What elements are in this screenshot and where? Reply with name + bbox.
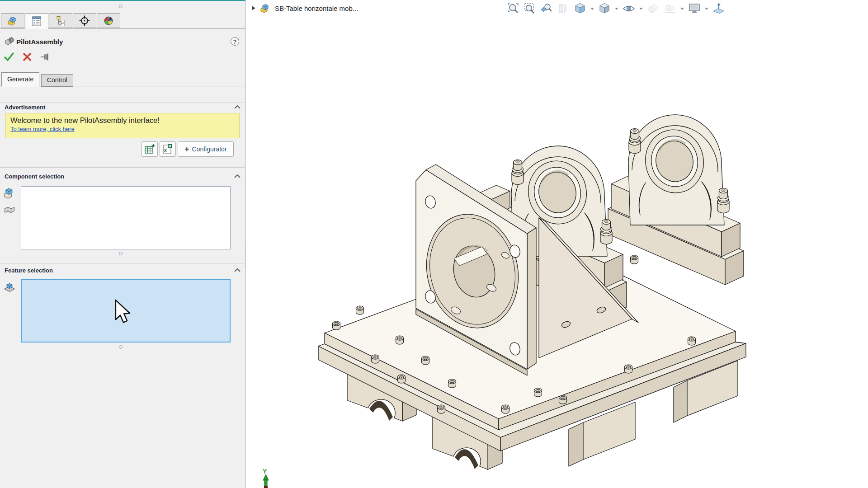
tab-generate[interactable]: Generate: [1, 72, 39, 87]
window-accent-line: [0, 0, 245, 1]
excel-file-icon: [162, 143, 174, 155]
collapse-chevron-icon[interactable]: [234, 174, 241, 178]
page-title: PilotAssembly: [16, 38, 63, 46]
banner-message: Welcome to the new PilotAssembly interfa…: [10, 116, 235, 125]
triad-y-label: Y: [263, 468, 267, 475]
pm-actions: [4, 52, 51, 62]
graphics-area[interactable]: SB-Table horizontale mob...: [246, 0, 868, 488]
section-divider: [0, 167, 245, 168]
excel-export-button[interactable]: [160, 141, 176, 157]
help-icon[interactable]: ?: [231, 37, 239, 46]
panel-top-resize-handle[interactable]: [119, 5, 123, 8]
tab-property-manager[interactable]: [25, 13, 48, 29]
collapse-chevron-icon[interactable]: [234, 268, 241, 272]
component-selection-listbox[interactable]: [21, 186, 231, 249]
mouse-cursor: [114, 299, 132, 324]
ok-button[interactable]: [4, 52, 14, 62]
configurator-label: Configurator: [192, 145, 227, 153]
feature-selection-icon: [3, 280, 16, 294]
section-divider: [0, 263, 245, 263]
plus-icon: +: [184, 145, 189, 153]
listbox-resize-handle[interactable]: [119, 345, 123, 349]
property-manager-icon: [31, 15, 42, 27]
component-selection-header: Component selection: [5, 173, 64, 180]
manager-tab-bar: [1, 13, 121, 29]
advertisement-banner: Welcome to the new PilotAssembly interfa…: [5, 113, 240, 138]
cancel-button[interactable]: [22, 52, 33, 62]
target-crosshair-icon: [79, 15, 90, 27]
configurator-button[interactable]: + Configurator: [178, 141, 234, 157]
excel-import-button[interactable]: [142, 141, 158, 157]
part-selection-icon: [3, 202, 16, 216]
excel-table-icon: [144, 143, 156, 155]
assembly-model[interactable]: [318, 115, 746, 469]
display-sphere-icon: [103, 15, 114, 27]
feature-selection-header: Feature selection: [5, 267, 53, 274]
page-tab-bar: Generate Control: [1, 72, 73, 87]
tab-control[interactable]: Control: [41, 74, 73, 87]
configuration-tree-icon: [55, 15, 66, 27]
macro-feature-icon: [4, 36, 15, 48]
origin-triad: Y: [263, 468, 269, 488]
assembly-selection-icon: [3, 186, 16, 200]
model-viewport[interactable]: Y: [246, 0, 868, 488]
tab-feature-manager[interactable]: [1, 13, 24, 28]
advertisement-header: Advertisement: [5, 104, 45, 111]
tab-dimxpert-manager[interactable]: [73, 13, 96, 28]
collapse-chevron-icon[interactable]: [234, 105, 241, 109]
assembly-tree-icon: [7, 15, 19, 27]
section-divider: [0, 103, 245, 103]
learn-more-link[interactable]: To learn more, click here: [10, 126, 75, 132]
tab-display-manager[interactable]: [97, 13, 120, 28]
tab-configuration-manager[interactable]: [49, 13, 72, 28]
pillow-block-bearing[interactable]: [608, 115, 744, 285]
pin-icon[interactable]: [40, 52, 51, 62]
property-manager-panel: PilotAssembly ? Generate Control Adverti…: [0, 0, 245, 488]
listbox-resize-handle[interactable]: [119, 252, 123, 255]
